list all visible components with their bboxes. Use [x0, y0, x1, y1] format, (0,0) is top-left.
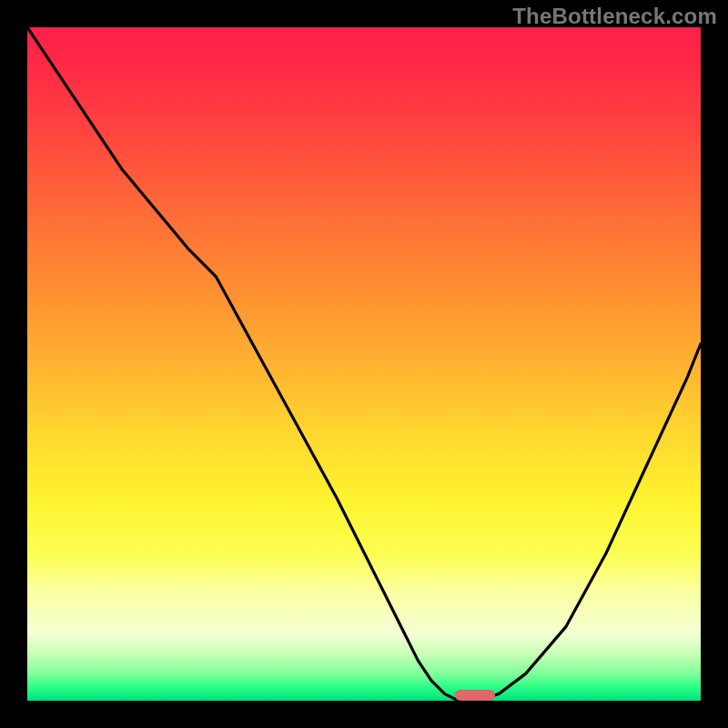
optimal-marker [455, 690, 495, 701]
plot-area [27, 27, 701, 701]
watermark-text: TheBottleneck.com [512, 4, 717, 29]
chart-container: TheBottleneck.com [0, 0, 728, 728]
bottleneck-curve-path [27, 27, 701, 701]
bottleneck-curve-svg [27, 27, 701, 701]
